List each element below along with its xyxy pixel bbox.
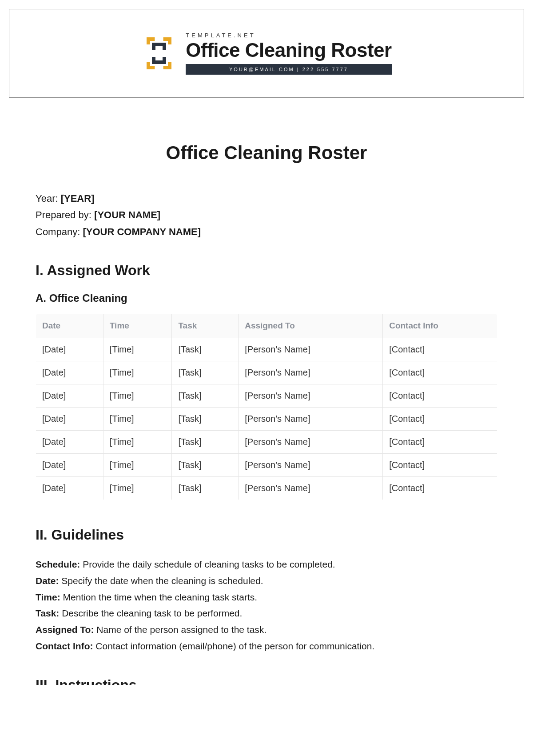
cell-contact: [Contact] xyxy=(383,338,497,361)
section-1-heading: I. Assigned Work xyxy=(36,262,497,279)
roster-table: Date Time Task Assigned To Contact Info … xyxy=(36,313,497,500)
meta-year-value: [YEAR] xyxy=(61,193,95,204)
banner-text: TEMPLATE.NET Office Cleaning Roster YOUR… xyxy=(186,32,391,74)
cell-task: [Task] xyxy=(172,477,239,500)
cell-time: [Time] xyxy=(103,338,172,361)
section-2-heading: II. Guidelines xyxy=(36,527,497,543)
table-header-row: Date Time Task Assigned To Contact Info xyxy=(36,314,497,338)
meta-block: Year: [YEAR] Prepared by: [YOUR NAME] Co… xyxy=(36,190,497,240)
banner-overline: TEMPLATE.NET xyxy=(186,32,391,39)
guideline-text: Mention the time when the cleaning task … xyxy=(60,592,258,602)
banner-title: Office Cleaning Roster xyxy=(186,40,391,61)
th-assigned: Assigned To xyxy=(239,314,383,338)
guideline-label: Date: xyxy=(36,576,59,586)
document-body: Office Cleaning Roster Year: [YEAR] Prep… xyxy=(0,98,533,703)
cell-task: [Task] xyxy=(172,361,239,384)
cell-assigned: [Person's Name] xyxy=(239,408,383,431)
guideline-text: Describe the cleaning task to be perform… xyxy=(59,608,242,618)
cell-contact: [Contact] xyxy=(383,408,497,431)
cell-assigned: [Person's Name] xyxy=(239,384,383,408)
cell-date: [Date] xyxy=(36,408,103,431)
logo-icon xyxy=(141,36,177,71)
table-row: [Date][Time][Task][Person's Name][Contac… xyxy=(36,431,497,454)
guideline-item: Task: Describe the cleaning task to be p… xyxy=(36,605,497,622)
banner-inner: TEMPLATE.NET Office Cleaning Roster YOUR… xyxy=(141,32,391,74)
guideline-label: Time: xyxy=(36,592,60,602)
cell-time: [Time] xyxy=(103,408,172,431)
cell-time: [Time] xyxy=(103,431,172,454)
banner-contact-bar: YOUR@EMAIL.COM | 222 555 7777 xyxy=(186,64,391,75)
cell-assigned: [Person's Name] xyxy=(239,431,383,454)
cell-task: [Task] xyxy=(172,384,239,408)
guideline-item: Date: Specify the date when the cleaning… xyxy=(36,573,497,589)
th-contact: Contact Info xyxy=(383,314,497,338)
cell-contact: [Contact] xyxy=(383,454,497,477)
section-3-heading-partial: III. Instructions xyxy=(36,677,497,685)
cell-assigned: [Person's Name] xyxy=(239,454,383,477)
th-date: Date xyxy=(36,314,103,338)
document-title: Office Cleaning Roster xyxy=(36,142,497,164)
meta-company-label: Company: xyxy=(36,226,83,237)
cell-date: [Date] xyxy=(36,431,103,454)
cell-contact: [Contact] xyxy=(383,477,497,500)
table-row: [Date][Time][Task][Person's Name][Contac… xyxy=(36,477,497,500)
guideline-label: Assigned To: xyxy=(36,624,94,635)
guideline-label: Schedule: xyxy=(36,559,80,569)
guideline-item: Assigned To: Name of the person assigned… xyxy=(36,622,497,638)
guideline-label: Contact Info: xyxy=(36,641,93,651)
meta-company-value: [YOUR COMPANY NAME] xyxy=(83,226,201,237)
cell-task: [Task] xyxy=(172,338,239,361)
guideline-item: Schedule: Provide the daily schedule of … xyxy=(36,556,497,573)
cell-date: [Date] xyxy=(36,384,103,408)
meta-year: Year: [YEAR] xyxy=(36,190,497,207)
table-row: [Date][Time][Task][Person's Name][Contac… xyxy=(36,384,497,408)
guideline-text: Provide the daily schedule of cleaning t… xyxy=(80,559,335,569)
cell-assigned: [Person's Name] xyxy=(239,361,383,384)
cell-date: [Date] xyxy=(36,477,103,500)
guideline-text: Contact information (email/phone) of the… xyxy=(93,641,374,651)
meta-prepared: Prepared by: [YOUR NAME] xyxy=(36,207,497,223)
cell-task: [Task] xyxy=(172,431,239,454)
cell-contact: [Contact] xyxy=(383,361,497,384)
table-row: [Date][Time][Task][Person's Name][Contac… xyxy=(36,454,497,477)
banner: TEMPLATE.NET Office Cleaning Roster YOUR… xyxy=(9,9,524,98)
table-row: [Date][Time][Task][Person's Name][Contac… xyxy=(36,361,497,384)
cell-time: [Time] xyxy=(103,454,172,477)
guidelines-block: Schedule: Provide the daily schedule of … xyxy=(36,556,497,655)
section-1a-heading: A. Office Cleaning xyxy=(36,292,497,304)
cell-task: [Task] xyxy=(172,408,239,431)
meta-prepared-label: Prepared by: xyxy=(36,209,94,220)
table-row: [Date][Time][Task][Person's Name][Contac… xyxy=(36,408,497,431)
cell-assigned: [Person's Name] xyxy=(239,338,383,361)
th-time: Time xyxy=(103,314,172,338)
guideline-item: Time: Mention the time when the cleaning… xyxy=(36,589,497,606)
guideline-text: Specify the date when the cleaning is sc… xyxy=(59,576,263,586)
cell-date: [Date] xyxy=(36,454,103,477)
guideline-text: Name of the person assigned to the task. xyxy=(94,624,266,635)
meta-company: Company: [YOUR COMPANY NAME] xyxy=(36,224,497,240)
cell-date: [Date] xyxy=(36,361,103,384)
guideline-label: Task: xyxy=(36,608,59,618)
cell-assigned: [Person's Name] xyxy=(239,477,383,500)
cell-contact: [Contact] xyxy=(383,431,497,454)
meta-year-label: Year: xyxy=(36,193,61,204)
table-row: [Date][Time][Task][Person's Name][Contac… xyxy=(36,338,497,361)
cell-time: [Time] xyxy=(103,384,172,408)
th-task: Task xyxy=(172,314,239,338)
guideline-item: Contact Info: Contact information (email… xyxy=(36,638,497,655)
cell-date: [Date] xyxy=(36,338,103,361)
cell-contact: [Contact] xyxy=(383,384,497,408)
cell-task: [Task] xyxy=(172,454,239,477)
cell-time: [Time] xyxy=(103,361,172,384)
cell-time: [Time] xyxy=(103,477,172,500)
meta-prepared-value: [YOUR NAME] xyxy=(94,209,160,220)
